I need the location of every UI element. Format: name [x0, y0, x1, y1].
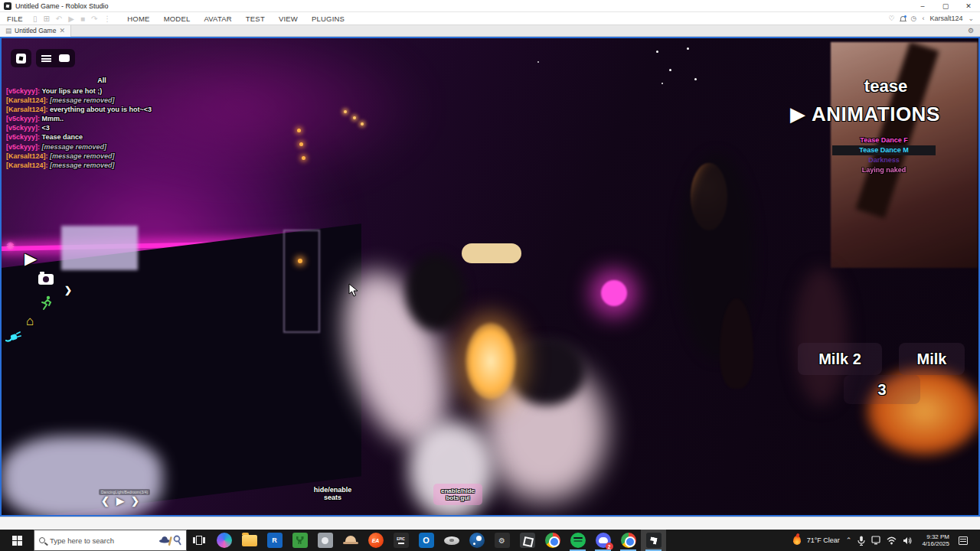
taskbar-app-gray[interactable] — [312, 530, 338, 551]
animation-list[interactable]: Tease Dance F Tease Dance M Darkness Lay… — [832, 135, 936, 175]
run-toggle-button[interactable] — [40, 295, 54, 314]
taskbar-app-file-explorer[interactable] — [237, 530, 262, 551]
chat-channel-tab[interactable]: All — [75, 77, 129, 84]
chat-username: [v5ckyyy]: — [6, 143, 40, 151]
taskbar-app-spotify[interactable] — [565, 530, 590, 551]
wifi-tray-icon[interactable] — [887, 536, 897, 545]
plug-icon — [5, 331, 21, 343]
menu-file[interactable]: FILE — [0, 12, 30, 24]
chat-username: [Karsalt124]: — [6, 106, 48, 113]
game-viewport[interactable]: All [v5ckyyy]: Your lips are hot ;) [Kar… — [0, 37, 980, 517]
chat-text: Tease dance — [42, 133, 83, 141]
sparkle-emote-icon[interactable]: ✺ — [6, 240, 15, 252]
taskbar-app-disc[interactable] — [439, 530, 464, 551]
taskbar-app-copilot[interactable] — [211, 530, 237, 551]
figure-shape — [484, 360, 606, 501]
stop-icon[interactable]: ■ — [77, 15, 88, 23]
animation-item[interactable]: Tease Dance F — [832, 135, 936, 145]
taskbar-app-hat[interactable] — [338, 530, 363, 551]
menu-avatar[interactable]: AVATAR — [197, 12, 238, 24]
weather-icon[interactable] — [793, 536, 801, 545]
string-light — [361, 122, 364, 126]
taskbar-app-roblox[interactable] — [514, 530, 540, 551]
menu-test[interactable]: TEST — [239, 12, 272, 24]
chat-message-list[interactable]: [v5ckyyy]: Your lips are hot ;) [Karsalt… — [6, 86, 343, 170]
microphone-tray-icon[interactable] — [858, 536, 865, 546]
taskbar-app-discord[interactable]: 2 — [590, 530, 616, 551]
hide-enable-seats-button[interactable]: hide/enable seats — [292, 486, 373, 501]
menu-model[interactable]: MODEL — [157, 12, 198, 24]
next-icon[interactable]: ❯ — [131, 495, 139, 507]
milk-button[interactable]: Milk — [899, 343, 965, 375]
device-tray-icon[interactable] — [871, 536, 880, 545]
redo-icon[interactable]: ↷ — [88, 15, 100, 23]
prev-icon[interactable]: ❮ — [101, 495, 109, 507]
weather-text[interactable]: 71°F Clear — [807, 536, 840, 544]
new-file-icon[interactable]: ▯ — [30, 15, 41, 23]
taskbar-clock[interactable]: 9:32 PM 4/16/2025 — [919, 533, 952, 547]
taskbar-app-minecraft[interactable] — [287, 530, 312, 551]
taskbar-app-chrome-2[interactable] — [616, 530, 641, 551]
hidden-icons-chevron[interactable]: ⌃ — [846, 536, 852, 544]
chat-toggle-icon[interactable] — [59, 54, 70, 62]
account-name[interactable]: Karsalt124 — [929, 15, 962, 22]
tab-close-icon[interactable]: ✕ — [59, 27, 65, 34]
chat-text: [message removed] — [50, 96, 115, 104]
more-icon[interactable]: ⋮ — [100, 15, 114, 23]
play-icon[interactable]: ▶ — [116, 495, 124, 507]
light-media-controls[interactable]: ❮ ▶ ❯ — [101, 495, 139, 507]
chat-username: [v5ckyyy]: — [6, 115, 40, 122]
minimize-button[interactable]: – — [911, 0, 934, 12]
history-clock-icon[interactable]: ◷ — [911, 15, 917, 22]
heart-icon[interactable]: ♡ — [888, 15, 894, 22]
taskbar-app-ea[interactable]: EA — [363, 530, 388, 551]
milk-2-button[interactable]: Milk 2 — [798, 343, 882, 375]
tab-untitled-game[interactable]: ▤ Untitled Game ✕ — [0, 25, 71, 37]
animations-play-icon[interactable]: ▶ — [790, 103, 805, 126]
animation-item[interactable]: Laying naked — [832, 165, 936, 175]
task-view-button[interactable] — [187, 530, 211, 551]
taskbar-app-roblox-studio[interactable] — [641, 530, 666, 551]
milk-3-button[interactable]: 3 — [844, 375, 920, 404]
chat-message: [v5ckyyy]: <3 — [6, 123, 343, 132]
lantern-glow — [466, 323, 516, 399]
action-center-icon[interactable] — [959, 536, 968, 545]
expand-chevron-button[interactable]: ❯ — [64, 285, 72, 295]
camera-button[interactable] — [38, 274, 54, 285]
menu-plugins[interactable]: PLUGINS — [305, 12, 351, 24]
hamburger-menu-icon[interactable] — [41, 55, 51, 62]
volume-tray-icon[interactable] — [903, 536, 913, 545]
string-light — [344, 110, 347, 113]
tab-settings-gear-icon[interactable]: ⚙ — [968, 27, 980, 34]
animation-item[interactable]: Darkness — [832, 155, 936, 165]
title-bar: Untitled Game - Roblox Studio – ▢ ✕ — [0, 0, 980, 12]
notifications-bell-icon[interactable] — [900, 16, 906, 21]
menu-home[interactable]: HOME — [120, 12, 156, 24]
home-button[interactable]: ⌂ — [26, 314, 34, 329]
taskbar-app-steam[interactable] — [464, 530, 489, 551]
taskbar-app-outlook[interactable]: O — [413, 530, 439, 551]
undo-icon[interactable]: ↶ — [53, 15, 65, 23]
taskbar-app-r[interactable]: R — [262, 530, 287, 551]
roblox-menu-button[interactable] — [11, 49, 31, 67]
taskbar-app-epic-games[interactable]: EPIC — [388, 530, 413, 551]
share-icon[interactable]: ‹ — [922, 15, 924, 22]
close-button[interactable]: ✕ — [957, 0, 980, 12]
animation-search-query[interactable]: tease — [836, 77, 936, 96]
enable-hide-bots-gui-button[interactable]: enable/hide bots gui — [433, 484, 482, 505]
account-caret-icon[interactable]: ⌄ — [968, 15, 974, 22]
taskbar-search[interactable]: Type here to search — [34, 530, 187, 551]
menu-view[interactable]: VIEW — [272, 12, 305, 24]
animation-item-selected[interactable]: Tease Dance M — [832, 145, 936, 155]
taskbar-app-chrome[interactable] — [540, 530, 565, 551]
plug-button[interactable] — [5, 331, 21, 346]
chat-text: everything about you is hot~<3 — [50, 106, 152, 113]
open-file-icon[interactable]: ⊞ — [40, 15, 52, 23]
play-emote-button[interactable]: ▶ — [24, 249, 37, 268]
windows-taskbar: Type here to search R EA EPIC O ⚙ — [0, 530, 980, 551]
camera-icon — [38, 274, 54, 285]
play-test-icon[interactable]: ▶ — [65, 15, 77, 23]
maximize-button[interactable]: ▢ — [934, 0, 957, 12]
start-button[interactable] — [0, 530, 34, 551]
taskbar-app-steamvr[interactable]: ⚙ — [489, 530, 514, 551]
